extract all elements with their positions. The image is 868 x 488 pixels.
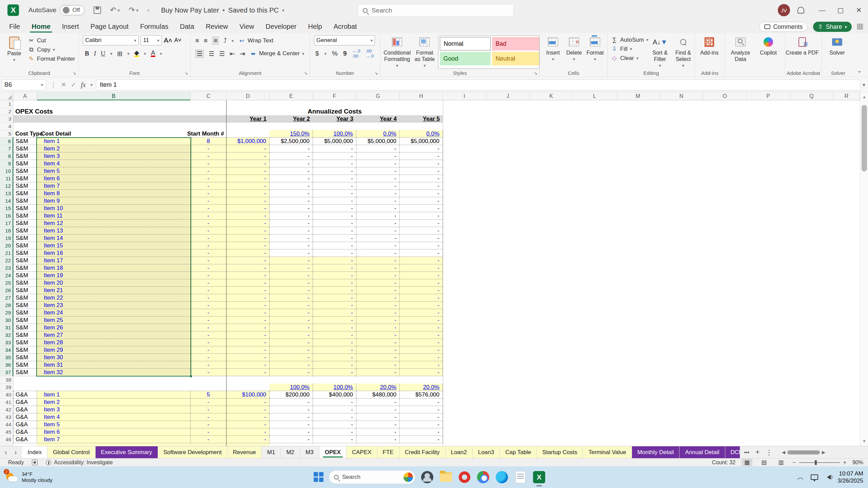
decrease-indent-button[interactable]: ⇤: [230, 50, 235, 58]
cell-C32[interactable]: -: [191, 331, 226, 339]
zoom-level[interactable]: 90%: [852, 460, 863, 466]
cell-E43[interactable]: -: [270, 413, 313, 421]
cell-B6[interactable]: Item 1: [37, 138, 191, 145]
autosave-toggle[interactable]: Off: [60, 5, 85, 15]
row-header-9[interactable]: 9: [0, 160, 13, 167]
cell-F11[interactable]: -: [313, 175, 356, 182]
cell-style-neutral[interactable]: Neutral: [492, 52, 539, 65]
cell-C41[interactable]: -: [191, 399, 226, 406]
taskbar-app-avatar[interactable]: [420, 470, 434, 484]
cell-D32[interactable]: -: [226, 331, 270, 339]
row-header-47[interactable]: [0, 443, 13, 446]
cell-A27[interactable]: S&M: [13, 294, 37, 302]
row-header-8[interactable]: 8: [0, 152, 13, 160]
autosum-button[interactable]: ∑AutoSum▾: [611, 35, 648, 44]
taskbar-app-notepad[interactable]: [514, 470, 527, 484]
cell-F5[interactable]: 100.0%: [313, 130, 356, 138]
row-header-42[interactable]: 42: [0, 406, 13, 413]
row-header-21[interactable]: 21: [0, 249, 13, 257]
zoom-out-button[interactable]: −: [792, 460, 795, 466]
paste-button[interactable]: Paste▾: [3, 35, 25, 63]
cell-G19[interactable]: -: [356, 235, 400, 242]
cell-E24[interactable]: -: [270, 272, 313, 279]
cell-B7[interactable]: Item 2: [37, 145, 191, 152]
cell-F36[interactable]: -: [313, 361, 356, 369]
increase-indent-button[interactable]: ⇥: [240, 50, 245, 58]
cell-F32[interactable]: -: [313, 331, 356, 339]
cell-G29[interactable]: -: [356, 309, 400, 317]
font-size-select[interactable]: 11▾: [141, 35, 162, 45]
cell-B31[interactable]: Item 26: [37, 324, 191, 331]
cell-G12[interactable]: -: [356, 182, 400, 190]
row-header-27[interactable]: 27: [0, 294, 13, 302]
redo-button[interactable]: ↷▾: [129, 6, 138, 15]
row-header-34[interactable]: 34: [0, 346, 13, 354]
cell-E26[interactable]: -: [270, 287, 313, 294]
cell-H26[interactable]: -: [400, 287, 443, 294]
cell-H46[interactable]: -: [400, 436, 443, 443]
row-header-15[interactable]: 15: [0, 205, 13, 212]
cell-E34[interactable]: -: [270, 346, 313, 354]
cell-F12[interactable]: -: [313, 182, 356, 190]
cell-E40[interactable]: $200,000: [270, 391, 313, 399]
ribbon-tab-acrobat[interactable]: Acrobat: [328, 20, 363, 33]
cell-E9[interactable]: -: [270, 160, 313, 167]
ribbon-tab-insert[interactable]: Insert: [56, 20, 85, 33]
cell-D10[interactable]: -: [226, 167, 270, 175]
cell-C14[interactable]: -: [191, 197, 226, 205]
cell-G24[interactable]: -: [356, 272, 400, 279]
cell-F25[interactable]: -: [313, 279, 356, 287]
sheet-tab-m2[interactable]: M2: [281, 446, 300, 458]
cell-F13[interactable]: -: [313, 190, 356, 197]
row-header-31[interactable]: 31: [0, 324, 13, 331]
row-header-3[interactable]: 3: [0, 115, 13, 123]
cell-E13[interactable]: -: [270, 190, 313, 197]
taskbar-app-excel[interactable]: X: [532, 470, 546, 484]
next-sheet-button[interactable]: ›: [15, 448, 17, 456]
column-header-M[interactable]: M: [616, 92, 660, 100]
cell-F28[interactable]: -: [313, 302, 356, 309]
cell-C24[interactable]: -: [191, 272, 226, 279]
align-left-button[interactable]: ☰: [195, 49, 204, 58]
sheet-tab-revenue[interactable]: Revenue: [228, 446, 262, 458]
column-header-E[interactable]: E: [270, 92, 313, 100]
sheet-tab-cap-table[interactable]: Cap Table: [500, 446, 537, 458]
cell-G6[interactable]: $5,000,000: [356, 138, 400, 145]
taskbar-search[interactable]: Search: [329, 470, 415, 484]
new-sheet-button[interactable]: +: [755, 448, 760, 456]
cell-C20[interactable]: -: [191, 242, 226, 249]
cell-D40[interactable]: $100,000: [226, 391, 270, 399]
cell-A30[interactable]: S&M: [13, 317, 37, 324]
cell-G25[interactable]: -: [356, 279, 400, 287]
cell-D37[interactable]: -: [226, 369, 270, 376]
cell-G30[interactable]: -: [356, 317, 400, 324]
column-header-J[interactable]: J: [486, 92, 530, 100]
cell-B20[interactable]: Item 15: [37, 242, 191, 249]
row-header-18[interactable]: 18: [0, 227, 13, 235]
cell-G7[interactable]: -: [356, 145, 400, 152]
ribbon-tab-file[interactable]: File: [3, 20, 26, 33]
sheet-tab-credit-facility[interactable]: Credit Facility: [399, 446, 446, 458]
cell-F44[interactable]: -: [313, 421, 356, 428]
column-header-Q[interactable]: Q: [790, 92, 833, 100]
column-header-R[interactable]: R: [833, 92, 860, 100]
cell-C5[interactable]: Start Month #: [187, 130, 226, 138]
column-header-H[interactable]: H: [400, 92, 443, 100]
sort-filter-button[interactable]: A↓▼Sort & Filter▾: [648, 35, 671, 69]
cell-D24[interactable]: -: [226, 272, 270, 279]
ribbon-tab-review[interactable]: Review: [200, 20, 234, 33]
scroll-down-arrow[interactable]: ▼: [860, 437, 868, 445]
cell-A37[interactable]: S&M: [13, 369, 37, 376]
cell-E28[interactable]: -: [270, 302, 313, 309]
ribbon-tab-data[interactable]: Data: [174, 20, 200, 33]
cell-G45[interactable]: -: [356, 428, 400, 436]
cell-G10[interactable]: -: [356, 167, 400, 175]
cell-A24[interactable]: S&M: [13, 272, 37, 279]
row-header-37[interactable]: 37: [0, 369, 13, 376]
cell-A10[interactable]: S&M: [13, 167, 37, 175]
shrink-font-button[interactable]: A˅: [174, 37, 181, 44]
grow-font-button[interactable]: A˄: [164, 37, 172, 44]
cell-G5[interactable]: 0.0%: [356, 130, 400, 138]
formula-input[interactable]: Item 1: [96, 79, 861, 90]
cell-A14[interactable]: S&M: [13, 197, 37, 205]
